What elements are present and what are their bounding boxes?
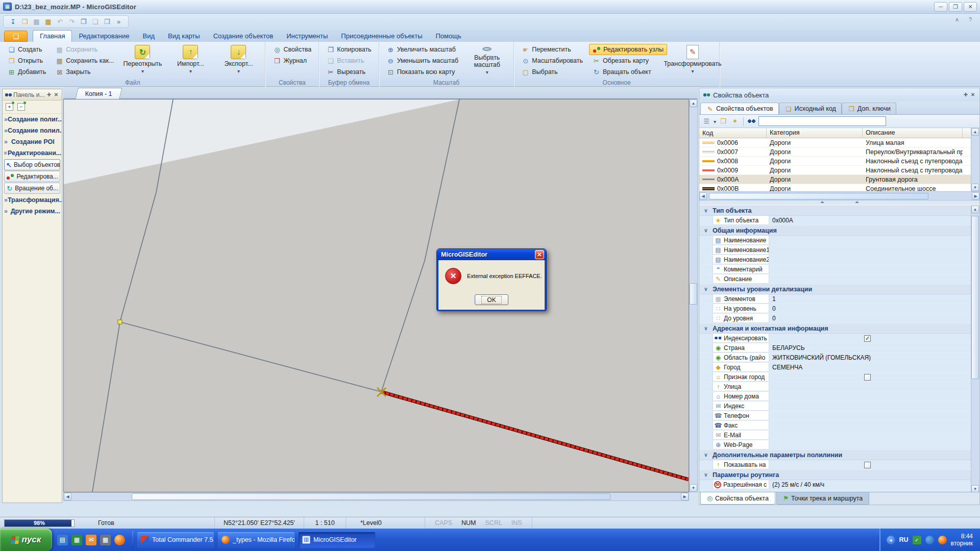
section-routing-params[interactable]: Параметры роутинга [699,470,972,480]
add-button[interactable]: Добавить [4,66,49,78]
quick-launch-wordpad-icon[interactable] [57,535,68,545]
property-row[interactable]: СтранаБЕЛАРУСЬ [699,343,972,353]
sidebar-item-create-polyline[interactable]: Создание полил... [3,125,62,136]
journal-button[interactable]: Журнал [270,55,314,66]
tab-sozdanie-obektov[interactable]: Создание объектов [207,31,280,42]
panel-splitter[interactable] [699,200,979,204]
task-button-total-commander[interactable]: Total Commander 7.5... [137,532,214,548]
help-icon[interactable] [966,15,975,24]
scrollbar-thumb[interactable] [132,493,610,500]
save-as-button[interactable]: Сохранить как... [52,55,117,66]
sidebar-item-editing[interactable]: Редактировани... [3,147,62,159]
property-row[interactable]: Web-Page [699,440,972,450]
city-flag-checkbox[interactable] [864,374,871,381]
property-row[interactable]: Комментарий [699,265,972,274]
map-canvas[interactable] [63,99,689,492]
property-row[interactable]: E-Mail [699,431,972,440]
start-button[interactable]: пуск [0,529,52,551]
folder-icon[interactable] [719,117,728,125]
rotate-object-button[interactable]: Вращать объект [589,66,667,78]
export-button[interactable]: Экспорт... [216,44,261,76]
scroll-up-icon[interactable] [971,128,979,136]
scrollbar-thumb[interactable] [709,193,928,199]
scroll-up-icon[interactable] [971,206,979,213]
section-address-contact[interactable]: Адресная и контактная информация [699,323,972,334]
tab-prisoedinennye-obekty[interactable]: Присоединенные объекты [334,31,429,42]
search-input[interactable] [758,116,886,126]
tab-vid[interactable]: Вид [136,31,162,42]
ok-button[interactable]: OK [475,294,508,305]
scroll-left-icon[interactable] [699,192,707,200]
task-button-microgiseditor[interactable]: MicroGISEditor [299,532,375,548]
cut-button[interactable]: Вырезать [323,66,374,78]
redo-icon[interactable] [67,17,76,26]
property-row[interactable]: До уровня0 [699,314,972,323]
tab-glavnaya[interactable]: Главная [33,30,72,42]
show-whole-map-button[interactable]: Показать всю карту [383,66,462,78]
tab-redaktirovanie[interactable]: Редактирование [72,31,136,42]
pin-icon[interactable] [962,91,969,98]
property-row[interactable]: Индексировать [699,334,972,343]
undo-icon[interactable] [56,17,64,26]
task-button-firefox[interactable]: _types - Mozilla Firefox [218,532,295,548]
section-detail-levels[interactable]: Элементы уровни детализации [699,284,972,294]
copy-icon[interactable] [79,17,88,26]
save-icon[interactable] [32,17,41,26]
map-document-tab[interactable]: Копия - 1 [75,88,122,99]
scrollbar-thumb[interactable] [690,283,697,305]
map-horizontal-scrollbar[interactable] [63,492,689,501]
collapse-all-icon[interactable] [17,103,25,111]
zoom-in-button[interactable]: Увеличить масштаб [383,44,462,55]
table-row[interactable]: 0x0009 Дороги Наклонный съезд с путепров… [699,166,979,175]
scroll-down-icon[interactable] [690,484,697,492]
save-as-icon[interactable] [44,17,53,26]
scroll-down-icon[interactable] [971,184,979,191]
list-view-icon[interactable] [702,117,711,125]
scroll-right-icon[interactable] [972,192,979,200]
property-row[interactable]: Номер дома [699,392,972,402]
tab-vid-karty[interactable]: Вид карты [161,31,207,42]
property-row[interactable]: Тип объекта0x000A [699,216,972,226]
dropdown-arrow-icon[interactable] [714,117,716,125]
dialog-close-icon[interactable] [535,250,544,259]
table-horizontal-scrollbar[interactable] [699,191,979,200]
open-button[interactable]: Открыть [4,55,49,66]
tool-select-objects[interactable]: Выбор объектов [4,159,60,170]
paste-icon[interactable] [91,17,100,26]
expand-all-icon[interactable] [6,103,13,111]
table-row[interactable]: 0x0007 Дороги Переулок/Внутриквартальный… [699,147,979,157]
quick-launch-firefox-icon[interactable] [114,535,125,545]
table-vertical-scrollbar[interactable] [971,128,979,191]
tray-status-icon[interactable] [925,536,934,544]
property-row[interactable]: Область (райоЖИТКОВИЧСКИЙ (ГОМЕЛЬСКАЯ) [699,353,972,363]
show-direction-checkbox[interactable] [864,462,871,468]
table-row[interactable]: 0x0006 Дороги Улица малая [699,138,979,147]
bottom-tab-object-properties[interactable]: Свойства объекта [700,492,775,505]
table-row[interactable]: 0x0008 Дороги Наклонный съезд с путепров… [699,157,979,166]
property-row[interactable]: Элементов1 [699,294,972,304]
chevron-up-icon[interactable] [952,15,962,24]
transform-button[interactable]: Трансформировать [670,44,715,76]
sidebar-item-create-poi[interactable]: Создание POI [3,136,62,147]
tab-object-properties[interactable]: Свойства объектов [700,103,779,114]
language-indicator[interactable]: RU [899,536,909,544]
select-button[interactable]: Выбрать [518,66,586,78]
index-checkbox[interactable] [864,335,871,342]
pin-icon[interactable] [45,91,53,98]
table-row-selected[interactable]: 0x000A Дороги Грунтовая дорога [699,175,979,184]
tab-instrumenty[interactable]: Инструменты [280,31,334,42]
property-row[interactable]: Наименование2 [699,255,972,265]
property-row[interactable]: Наименование1 [699,245,972,255]
add-folder-icon[interactable] [20,17,29,26]
section-object-type[interactable]: Тип объекта [699,206,972,216]
properties-button[interactable]: Свойства [270,44,314,55]
crop-map-button[interactable]: Обрезать карту [589,55,667,66]
application-menu-button[interactable] [4,31,28,42]
magic-wand-icon[interactable] [730,117,740,125]
open-icon[interactable] [9,17,17,26]
property-row[interactable]: Описание [699,274,972,284]
property-row[interactable]: Показывать на [699,460,972,470]
sidebar-item-create-polygon[interactable]: Создание полиг... [3,114,62,125]
quick-launch-spreadsheet-icon[interactable] [71,535,82,545]
save-button[interactable]: Сохранить [52,44,117,55]
